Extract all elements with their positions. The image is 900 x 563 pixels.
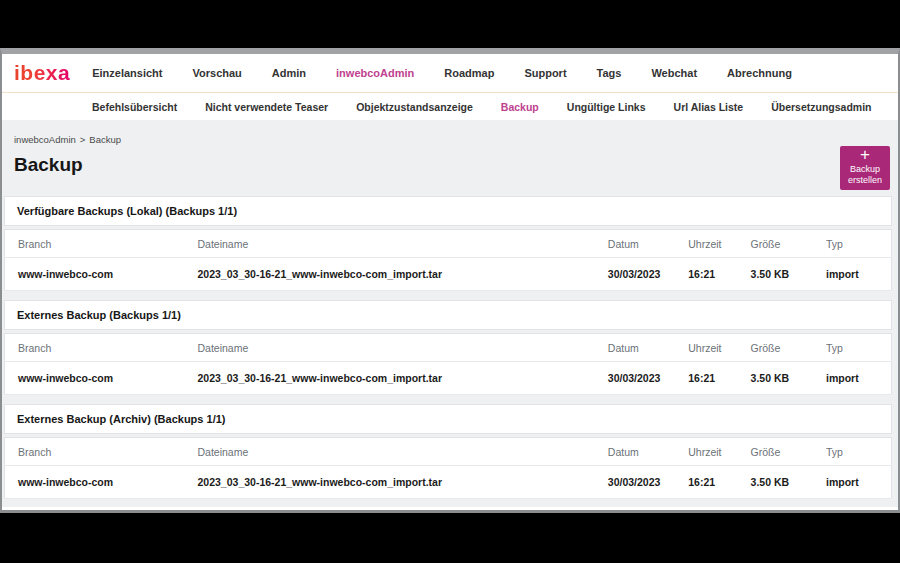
main-nav-item-inwebcoadmin[interactable]: inwebcoAdmin xyxy=(336,67,414,79)
column-header-typ: Typ xyxy=(813,230,891,258)
backup-table: BranchDateinameDatumUhrzeitGrößeTyp www-… xyxy=(4,333,892,395)
column-header-datum: Datum xyxy=(595,230,675,258)
column-header-uhrzeit: Uhrzeit xyxy=(675,334,737,362)
sub-nav-item-objektzustandsanzeige[interactable]: Objektzustandsanzeige xyxy=(356,101,473,113)
backup-table-group: Externes Backup (Backups 1/1) BranchDate… xyxy=(4,300,892,395)
table-row: www-inwebco-com2023_03_30-16-21_www-inwe… xyxy=(5,466,892,499)
plus-icon: + xyxy=(860,148,870,162)
table-cell: www-inwebco-com xyxy=(5,466,185,499)
table-group-title: Externes Backup (Archiv) (Backups 1/1) xyxy=(4,404,892,434)
table-cell: www-inwebco-com xyxy=(5,258,185,291)
table-header-row: BranchDateinameDatumUhrzeitGrößeTyp xyxy=(5,438,892,466)
table-cell: 30/03/2023 xyxy=(595,258,675,291)
content-area: inwebcoAdmin>Backup Backup + Backup erst… xyxy=(2,120,898,507)
backup-table: BranchDateinameDatumUhrzeitGrößeTyp www-… xyxy=(4,229,892,291)
sub-nav-item-backup[interactable]: Backup xyxy=(501,101,539,113)
column-header-datum: Datum xyxy=(595,438,675,466)
ibexa-logo[interactable]: ibexa xyxy=(14,62,70,85)
table-cell: 2023_03_30-16-21_www-inwebco-com_import.… xyxy=(185,258,595,291)
breadcrumb-parent[interactable]: inwebcoAdmin xyxy=(14,134,76,145)
column-header-uhrzeit: Uhrzeit xyxy=(675,438,737,466)
main-nav: EinzelansichtVorschauAdmininwebcoAdminRo… xyxy=(92,67,792,79)
table-cell: 3.50 KB xyxy=(738,258,813,291)
table-cell: import xyxy=(813,362,891,395)
create-backup-label: Backup erstellen xyxy=(848,164,882,186)
main-nav-item-tags[interactable]: Tags xyxy=(597,67,622,79)
backup-tables: Verfügbare Backups (Lokal) (Backups 1/1)… xyxy=(4,196,892,499)
main-nav-item-vorschau[interactable]: Vorschau xyxy=(193,67,242,79)
sub-nav-item-befehls-bersicht[interactable]: Befehlsübersicht xyxy=(92,101,177,113)
table-row: www-inwebco-com2023_03_30-16-21_www-inwe… xyxy=(5,362,892,395)
table-cell: 3.50 KB xyxy=(738,362,813,395)
sub-nav-item-url-alias-liste[interactable]: Url Alias Liste xyxy=(674,101,744,113)
column-header-uhrzeit: Uhrzeit xyxy=(675,230,737,258)
main-nav-item-admin[interactable]: Admin xyxy=(272,67,306,79)
page-title: Backup xyxy=(4,154,892,176)
table-cell: 30/03/2023 xyxy=(595,466,675,499)
table-cell: import xyxy=(813,466,891,499)
column-header-dateiname: Dateiname xyxy=(185,334,595,362)
browser-window: ibexa EinzelansichtVorschauAdmininwebcoA… xyxy=(0,48,900,513)
backup-table-group: Externes Backup (Archiv) (Backups 1/1) B… xyxy=(4,404,892,499)
sub-nav-item-nicht-verwendete-teaser[interactable]: Nicht verwendete Teaser xyxy=(205,101,328,113)
sub-nav-item-ung-ltige-links[interactable]: Ungültige Links xyxy=(567,101,646,113)
column-header-typ: Typ xyxy=(813,438,891,466)
main-header: ibexa EinzelansichtVorschauAdmininwebcoA… xyxy=(2,54,898,92)
column-header-gr-e: Größe xyxy=(738,334,813,362)
table-cell: import xyxy=(813,258,891,291)
table-cell: 2023_03_30-16-21_www-inwebco-com_import.… xyxy=(185,362,595,395)
breadcrumb-separator: > xyxy=(80,134,86,145)
column-header-branch: Branch xyxy=(5,438,185,466)
main-nav-item-einzelansicht[interactable]: Einzelansicht xyxy=(92,67,162,79)
column-header-branch: Branch xyxy=(5,230,185,258)
breadcrumb-current: Backup xyxy=(89,134,121,145)
screen: ibexa EinzelansichtVorschauAdmininwebcoA… xyxy=(0,0,900,563)
column-header-gr-e: Größe xyxy=(738,230,813,258)
main-nav-item-webchat[interactable]: Webchat xyxy=(651,67,697,79)
column-header-dateiname: Dateiname xyxy=(185,230,595,258)
create-backup-button[interactable]: + Backup erstellen xyxy=(840,146,890,190)
main-nav-item-abrechnung[interactable]: Abrechnung xyxy=(727,67,792,79)
table-cell: 16:21 xyxy=(675,258,737,291)
column-header-gr-e: Größe xyxy=(738,438,813,466)
column-header-dateiname: Dateiname xyxy=(185,438,595,466)
backup-table-group: Verfügbare Backups (Lokal) (Backups 1/1)… xyxy=(4,196,892,291)
table-row: www-inwebco-com2023_03_30-16-21_www-inwe… xyxy=(5,258,892,291)
table-cell: 16:21 xyxy=(675,466,737,499)
breadcrumb: inwebcoAdmin>Backup xyxy=(4,134,892,145)
main-nav-item-support[interactable]: Support xyxy=(524,67,566,79)
table-group-title: Verfügbare Backups (Lokal) (Backups 1/1) xyxy=(4,196,892,226)
table-cell: 3.50 KB xyxy=(738,466,813,499)
backup-table: BranchDateinameDatumUhrzeitGrößeTyp www-… xyxy=(4,437,892,499)
sub-nav: BefehlsübersichtNicht verwendete TeaserO… xyxy=(2,92,898,120)
table-cell: 2023_03_30-16-21_www-inwebco-com_import.… xyxy=(185,466,595,499)
table-cell: www-inwebco-com xyxy=(5,362,185,395)
main-nav-item-roadmap[interactable]: Roadmap xyxy=(444,67,494,79)
table-cell: 30/03/2023 xyxy=(595,362,675,395)
column-header-datum: Datum xyxy=(595,334,675,362)
sub-nav-item--bersetzungsadmin[interactable]: Übersetzungsadmin xyxy=(771,101,871,113)
table-header-row: BranchDateinameDatumUhrzeitGrößeTyp xyxy=(5,334,892,362)
table-header-row: BranchDateinameDatumUhrzeitGrößeTyp xyxy=(5,230,892,258)
table-cell: 16:21 xyxy=(675,362,737,395)
column-header-branch: Branch xyxy=(5,334,185,362)
table-group-title: Externes Backup (Backups 1/1) xyxy=(4,300,892,330)
column-header-typ: Typ xyxy=(813,334,891,362)
